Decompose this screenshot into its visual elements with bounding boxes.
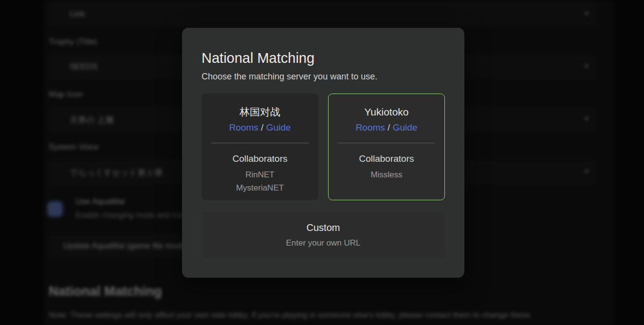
dialog-subtitle: Choose the matching server you want to u… <box>202 72 445 82</box>
collaborators-label: Collaborators <box>329 153 444 165</box>
server-links: Rooms / Guide <box>202 121 318 134</box>
collaborators-label: Collaborators <box>202 153 318 165</box>
dialog-title: National Matching <box>202 50 445 66</box>
collaborators-list: RinNET MysteriaNET <box>202 168 318 194</box>
links-separator: / <box>387 122 390 133</box>
server-name: Yukiotoko <box>329 106 444 118</box>
rooms-link[interactable]: Rooms <box>356 122 385 133</box>
guide-link[interactable]: Guide <box>393 122 418 133</box>
card-divider <box>338 143 435 143</box>
server-card-linguo[interactable]: 林国对战 Rooms / Guide Collaborators RinNET … <box>202 94 318 200</box>
collaborator-name: Missless <box>329 168 444 181</box>
server-links: Rooms / Guide <box>329 121 444 134</box>
custom-card-title: Custom <box>202 221 445 234</box>
card-divider <box>211 143 309 143</box>
server-card-yukiotoko[interactable]: Yukiotoko Rooms / Guide Collaborators Mi… <box>328 94 445 200</box>
server-options: 林国对战 Rooms / Guide Collaborators RinNET … <box>202 94 445 200</box>
custom-card-subtitle: Enter your own URL <box>202 238 445 249</box>
server-name: 林国对战 <box>202 106 318 118</box>
links-separator: / <box>261 122 263 133</box>
national-matching-dialog: National Matching Choose the matching se… <box>182 28 464 278</box>
collaborators-list: Missless <box>329 168 444 181</box>
rooms-link[interactable]: Rooms <box>229 122 258 133</box>
settings-page: Link ▾ Trophy (Title) SEEDS ▾ Map Icon 天… <box>0 0 644 325</box>
guide-link[interactable]: Guide <box>266 122 291 133</box>
collaborator-name: RinNET <box>202 168 318 181</box>
collaborator-name: MysteriaNET <box>202 181 318 194</box>
custom-server-card[interactable]: Custom Enter your own URL <box>202 211 445 258</box>
